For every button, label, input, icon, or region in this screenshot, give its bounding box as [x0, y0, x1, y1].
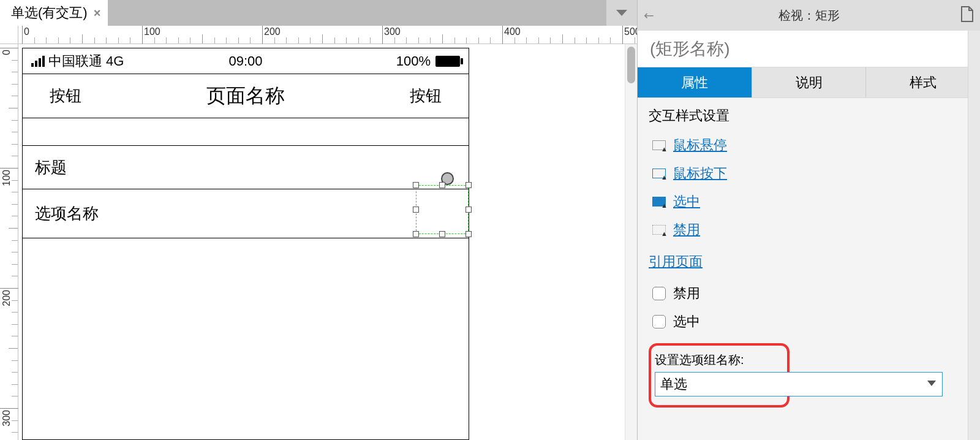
option-group-select[interactable]: [655, 372, 943, 396]
battery-status: 100%: [396, 53, 460, 69]
phone-statusbar: 中国联通 4G 09:00 100%: [23, 48, 469, 74]
style-mousedown-link[interactable]: 鼠标按下: [673, 164, 727, 183]
style-hover[interactable]: ▲ 鼠标悬停: [649, 131, 969, 159]
style-selected-link[interactable]: 选中: [673, 192, 700, 211]
chevron-down-icon: [616, 10, 627, 16]
disabled-icon: ▲: [652, 225, 666, 235]
checkbox-selected-row[interactable]: 选中: [649, 308, 969, 336]
style-hover-link[interactable]: 鼠标悬停: [673, 136, 727, 154]
style-disabled[interactable]: ▲ 禁用: [649, 216, 969, 244]
checkbox-disabled-row[interactable]: 禁用: [649, 279, 969, 308]
phone-frame: 中国联通 4G 09:00 100% 按钮 页面名称 按钮 标题 选项名称: [22, 48, 469, 440]
section-title: 标题: [35, 157, 67, 178]
inspector-panel: ↖ 检视：矩形 (矩形名称) 属性 说明 样式 交互样式设置 ▲ 鼠标悬停 ▲ …: [637, 0, 980, 440]
reference-page-link[interactable]: 引用页面: [649, 252, 969, 271]
shape-name-input[interactable]: (矩形名称): [638, 31, 980, 67]
style-disabled-link[interactable]: 禁用: [673, 221, 700, 239]
radio-icon[interactable]: [441, 172, 454, 185]
tab-dropdown-button[interactable]: [606, 0, 637, 26]
ruler-horizontal[interactable]: 0100200300400500: [18, 26, 637, 44]
checkbox-disabled-label: 禁用: [673, 284, 700, 303]
inspector-header: ↖ 检视：矩形: [638, 0, 980, 31]
inspector-body: 交互样式设置 ▲ 鼠标悬停 ▲ 鼠标按下 ▲ 选中 ▲ 禁用 引用页面 禁用: [638, 98, 980, 416]
option-row[interactable]: 选项名称: [23, 189, 469, 238]
svg-marker-0: [616, 10, 627, 16]
phone-navbar: 按钮 页面名称 按钮: [23, 74, 469, 118]
mousedown-icon: ▲: [652, 169, 666, 178]
tab-label: 单选(有交互): [11, 4, 88, 22]
canvas-scrollbar[interactable]: [625, 44, 637, 440]
close-icon[interactable]: ×: [94, 6, 101, 20]
section-header: 标题: [23, 145, 469, 189]
checkbox-disabled[interactable]: [652, 287, 666, 300]
shape-name-placeholder: (矩形名称): [650, 37, 730, 61]
ruler-corner: [0, 26, 18, 44]
option-group-highlight: 设置选项组名称:: [649, 343, 790, 408]
scroll-thumb[interactable]: [627, 47, 635, 83]
inspector-tabs: 属性 说明 样式: [638, 67, 980, 98]
hover-icon: ▲: [652, 140, 666, 150]
tab-notes[interactable]: 说明: [752, 67, 867, 97]
checkbox-selected-label: 选中: [673, 313, 700, 331]
battery-pct: 100%: [396, 53, 431, 69]
design-canvas[interactable]: 中国联通 4G 09:00 100% 按钮 页面名称 按钮 标题 选项名称: [18, 44, 637, 440]
checkbox-selected[interactable]: [652, 315, 666, 328]
option-label: 选项名称: [35, 203, 99, 224]
selected-icon: ▲: [652, 197, 666, 207]
document-icon[interactable]: [960, 6, 974, 25]
inspector-title: 检视：矩形: [638, 7, 980, 24]
style-mousedown[interactable]: ▲ 鼠标按下: [649, 159, 969, 188]
nav-title: 页面名称: [206, 83, 285, 110]
tab-style[interactable]: 样式: [866, 67, 980, 97]
tab-active[interactable]: 单选(有交互) ×: [0, 0, 108, 26]
ruler-vertical[interactable]: 0100200300: [0, 44, 18, 440]
battery-icon: [435, 56, 460, 67]
style-selected[interactable]: ▲ 选中: [649, 188, 969, 216]
interaction-styles-heading: 交互样式设置: [649, 107, 969, 125]
interaction-style-list: ▲ 鼠标悬停 ▲ 鼠标按下 ▲ 选中 ▲ 禁用: [649, 131, 969, 244]
option-group-label: 设置选项组名称:: [655, 352, 783, 368]
nav-left-button[interactable]: 按钮: [50, 85, 81, 107]
nav-right-button[interactable]: 按钮: [410, 85, 442, 107]
inspector-scrollbar[interactable]: [968, 31, 980, 440]
tab-properties[interactable]: 属性: [638, 67, 752, 97]
